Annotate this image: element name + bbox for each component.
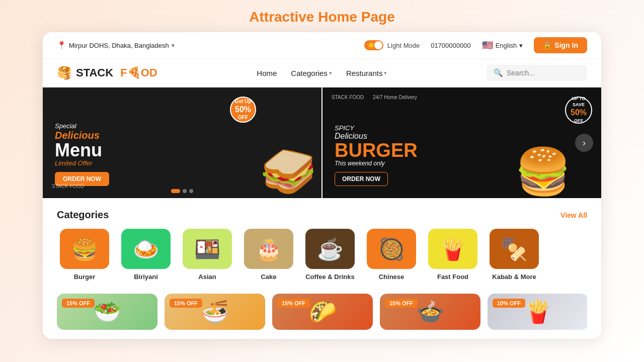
phone-number: 01700000000 <box>431 42 471 49</box>
banner-right: UP TO SAVE 50% OFF STACK FOOD 24/7 Home … <box>323 87 601 198</box>
nav-categories-label: Categories <box>291 69 328 77</box>
language-label: English <box>496 42 517 49</box>
search-input[interactable] <box>507 69 580 77</box>
banner-right-order-button[interactable]: ORDER NOW <box>335 172 388 186</box>
category-card-cake[interactable]: 🎂 Cake <box>241 229 296 281</box>
category-label: Kabab & More <box>492 273 536 281</box>
dot-3[interactable] <box>189 189 193 193</box>
badge-upto: UP TO <box>572 96 585 102</box>
categories-section: Categories View All 🍔 Burger 🍛 Biriyani … <box>43 198 601 290</box>
banner-spicy-text: SPICY <box>335 124 418 132</box>
navbar: 🥞 STACK F🍕OD Home Categories ▾ Resturant… <box>43 59 601 87</box>
lang-chevron-icon: ▾ <box>519 42 523 49</box>
categories-grid: 🍔 Burger 🍛 Biriyani 🍱 Asian 🎂 Cake ☕ Cof… <box>57 229 587 285</box>
food-card-badge: 15% OFF <box>170 299 202 308</box>
food-card-badge: 10% OFF <box>493 299 525 308</box>
category-card-burger[interactable]: 🍔 Burger <box>57 229 112 281</box>
light-mode-toggle[interactable]: ☀️ Light Mode <box>364 40 420 50</box>
badge-50: 50% <box>571 108 587 118</box>
category-image: 🍱 <box>183 229 232 269</box>
category-icon: 🎂 <box>256 237 282 261</box>
food-card[interactable]: 🥗 15% OFF <box>57 294 157 330</box>
nav-home[interactable]: Home <box>257 69 277 77</box>
categories-header: Categories View All <box>57 209 587 221</box>
banner-delivery-text: 24/7 Home Delivery <box>373 95 417 100</box>
badge-save: SAVE <box>573 102 585 108</box>
page-title: Attractive Home Page <box>0 0 644 32</box>
banner-left-brand: STACK FOOD <box>52 184 84 189</box>
restaurants-chevron-icon: ▾ <box>384 70 387 76</box>
chevron-down-icon: ▾ <box>172 42 175 49</box>
category-image: 🍢 <box>490 229 539 269</box>
dot-1[interactable] <box>171 189 180 193</box>
category-icon: 🍱 <box>194 237 220 261</box>
search-bar[interactable]: 🔍 <box>487 65 587 81</box>
food-cards-row: 🥗 15% OFF 🍜 15% OFF 🌮 15% OFF 🍲 15% OFF … <box>57 294 587 330</box>
view-all-button[interactable]: View All <box>560 211 587 219</box>
nav-categories[interactable]: Categories ▾ <box>291 69 332 77</box>
nav-restaurants[interactable]: Resturants ▾ <box>346 69 387 77</box>
discount-badge-right: UP TO SAVE 50% OFF <box>565 97 592 124</box>
badge-percent: 50% <box>235 105 251 114</box>
location-text: Mirpur DOHS, Dhaka, Bangladesh <box>69 42 169 49</box>
nav-restaurants-label: Resturants <box>346 69 383 77</box>
banner-right-brand: STACK FOOD <box>332 95 364 100</box>
category-card-fast-food[interactable]: 🍟 Fast Food <box>425 229 480 281</box>
category-icon: 🍟 <box>440 237 466 261</box>
category-label: Cake <box>261 273 276 281</box>
banner-left-content: Special Delicious Menu Limited Offer ORD… <box>55 122 109 186</box>
category-card-kabab-and-more[interactable]: 🍢 Kabab & More <box>487 229 542 281</box>
discount-badge-left: Get Up 50% OFF <box>230 97 256 123</box>
category-label: Burger <box>74 273 96 281</box>
banner-next-arrow-button[interactable]: › <box>575 134 593 152</box>
category-image: 🥘 <box>367 229 416 269</box>
badge-off2: OFF <box>574 118 583 124</box>
category-image: 🍟 <box>428 229 477 269</box>
language-selector[interactable]: 🇺🇸 English ▾ <box>482 40 523 51</box>
banner-left-food-image: 🥪 <box>260 145 316 198</box>
food-card-badge: 15% OFF <box>385 299 418 308</box>
toggle-switch[interactable]: ☀️ <box>364 40 383 50</box>
category-label: Chinese <box>379 273 405 281</box>
food-card-badge: 15% OFF <box>277 299 310 308</box>
categories-chevron-icon: ▾ <box>329 70 332 76</box>
topbar-right: ☀️ Light Mode 01700000000 🇺🇸 English ▾ 🔒… <box>364 37 587 53</box>
food-card[interactable]: 🌮 15% OFF <box>272 294 373 330</box>
food-card[interactable]: 🍟 10% OFF <box>488 294 587 330</box>
banner-special-text: Special <box>55 122 109 130</box>
food-card[interactable]: 🍲 15% OFF <box>380 294 480 330</box>
category-label: Biriyani <box>134 273 158 281</box>
category-label: Fast Food <box>437 273 468 281</box>
category-card-biriyani[interactable]: 🍛 Biriyani <box>118 229 174 281</box>
signin-button[interactable]: 🔒 Sign In <box>534 37 587 53</box>
category-icon: 🥘 <box>378 237 405 261</box>
nav-home-label: Home <box>257 69 277 77</box>
logo: 🥞 STACK F🍕OD <box>57 66 157 80</box>
badge-off: OFF <box>238 115 248 121</box>
topbar: 📍 Mirpur DOHS, Dhaka, Bangladesh ▾ ☀️ Li… <box>43 32 601 59</box>
banners: Get Up 50% OFF 🥪 Special Delicious Menu … <box>43 87 601 198</box>
banner-limited-text: Limited Offer <box>55 159 109 167</box>
category-icon: 🍔 <box>71 237 98 261</box>
category-card-coffee-and-drinks[interactable]: ☕ Coffee & Drinks <box>302 229 358 281</box>
food-card[interactable]: 🍜 15% OFF <box>165 294 265 330</box>
banner-weekend-text: This weekend only <box>335 160 418 167</box>
category-card-chinese[interactable]: 🥘 Chinese <box>364 229 419 281</box>
location-selector[interactable]: 📍 Mirpur DOHS, Dhaka, Bangladesh ▾ <box>57 41 175 50</box>
category-card-asian[interactable]: 🍱 Asian <box>180 229 235 281</box>
category-icon: 🍛 <box>133 237 159 261</box>
category-label: Asian <box>198 273 216 281</box>
food-cards-section: 🥗 15% OFF 🍜 15% OFF 🌮 15% OFF 🍲 15% OFF … <box>43 290 601 339</box>
location-icon: 📍 <box>57 41 66 50</box>
lock-icon: 🔒 <box>543 41 551 49</box>
banner-menu-text: Menu <box>55 141 109 159</box>
badge-getup: Get Up <box>235 99 252 105</box>
search-icon: 🔍 <box>494 68 503 77</box>
banner-right-content: SPICY Delicious BURGER This weekend only… <box>335 124 418 186</box>
category-icon: ☕ <box>317 237 343 261</box>
food-card-badge: 15% OFF <box>62 299 95 308</box>
logo-food: F🍕OD <box>117 66 157 79</box>
dot-2[interactable] <box>183 189 187 193</box>
banner-left-dots <box>171 189 193 193</box>
logo-stack: STACK <box>76 66 113 79</box>
